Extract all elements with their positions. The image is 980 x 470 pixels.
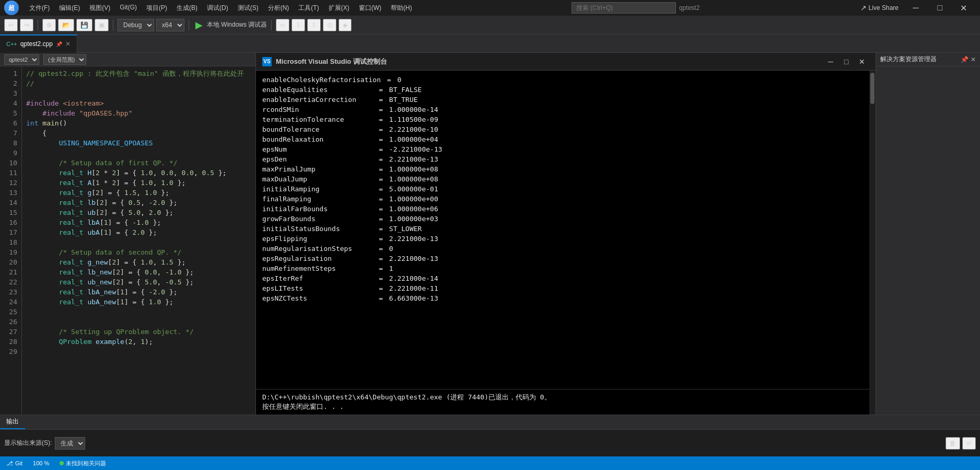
new-project-button[interactable]: ⊕ xyxy=(42,19,56,31)
line-numbers: 12345 678910 1112131415 1617181920 21222… xyxy=(0,66,22,415)
code-line-8: USING_NAMESPACE_QPOASES xyxy=(26,138,251,148)
console-scrollbar[interactable] xyxy=(869,71,876,415)
console-minimize-button[interactable]: ─ xyxy=(823,56,838,67)
step-over-button[interactable]: ⇨ xyxy=(276,19,289,31)
tab-close-icon[interactable]: ✕ xyxy=(65,40,71,48)
menu-test[interactable]: 测试(S) xyxy=(234,2,263,15)
no-issues-icon xyxy=(60,461,64,465)
step-out-button[interactable]: ⇧ xyxy=(307,19,321,31)
tab-pinned-icon[interactable]: 📌 xyxy=(56,41,62,47)
console-titlebar: VS Microsoft Visual Studio 调试控制台 ─ □ ✕ xyxy=(256,53,876,71)
code-line-7: { xyxy=(26,128,251,138)
toolbar-sep-3 xyxy=(189,20,189,30)
no-issues-label: 未找到相关问题 xyxy=(66,460,106,467)
tab-qptest2cpp[interactable]: C++ qptest2.cpp 📌 ✕ xyxy=(0,35,77,53)
output-source-dropdown[interactable]: 生成 xyxy=(55,437,85,450)
close-button[interactable]: ✕ xyxy=(952,0,976,16)
redo-button[interactable]: ↪ xyxy=(20,19,33,31)
start-debug-button[interactable]: ▶ xyxy=(193,19,205,31)
console-row-initramping: initialRamping = 5.000000e-01 xyxy=(262,184,869,194)
console-row-epsnzctests: epsNZCTests = 6.663000e-13 xyxy=(262,293,869,303)
status-issues[interactable]: 未找到相关问题 xyxy=(57,460,108,467)
code-line-12: real_t A[1 * 2] = { 1.0, 1.0 }; xyxy=(26,178,251,188)
code-line-2: // xyxy=(26,78,251,88)
menu-window[interactable]: 窗口(W) xyxy=(355,2,386,15)
menu-debug[interactable]: 调试(D) xyxy=(203,2,232,15)
vs-icon: VS xyxy=(262,57,272,66)
console-row-maxprimjump: maxPrimalJump = 1.000000e+08 xyxy=(262,164,869,174)
user-avatar: 超 xyxy=(4,1,19,15)
watch-button[interactable]: ◈ xyxy=(339,19,352,31)
code-line-17: real_t ubA[1] = { 2.0 }; xyxy=(26,227,251,237)
console-row-maxdualjump: maxDualJump = 1.000000e+08 xyxy=(262,174,869,184)
menu-tools[interactable]: 工具(T) xyxy=(294,2,323,15)
undo-button[interactable]: ↩ xyxy=(4,19,18,31)
menu-edit[interactable]: 编辑(E) xyxy=(55,2,84,15)
console-footer: D:\C++\rubbish\qptest2\x64\Debug\qptest2… xyxy=(256,389,876,415)
status-git[interactable]: ⎇ Git xyxy=(4,460,25,467)
title-bar-right: ↗ Live Share ─ □ ✕ xyxy=(855,0,976,16)
output-clear-button[interactable]: 🗑 xyxy=(946,437,960,450)
toolbar-sep-1 xyxy=(38,20,38,30)
platform-select[interactable]: x64 xyxy=(156,19,184,31)
console-scrollbar-thumb[interactable] xyxy=(870,73,874,104)
code-line-3 xyxy=(26,88,251,98)
app-title-label: qptest2 xyxy=(679,4,699,12)
menu-view[interactable]: 视图(V) xyxy=(85,2,114,15)
code-line-28: QProblem example(2, 1); xyxy=(26,337,251,347)
minimize-button[interactable]: ─ xyxy=(904,0,928,16)
menu-analyze[interactable]: 分析(N) xyxy=(264,2,294,15)
console-output[interactable]: enableCholeskyRefactorisation = 0 enable… xyxy=(256,71,876,389)
breakpoints-button[interactable]: ⊙ xyxy=(323,19,336,31)
console-row-inertia: enableInertiaCorrection = BT_TRUE xyxy=(262,95,869,105)
console-row-numregsteps: numRegularisationSteps = 0 xyxy=(262,244,869,254)
code-line-5: #include "qpOASES.hpp" xyxy=(26,108,251,118)
console-row-epsiterref: epsIterRef = 2.221000e-14 xyxy=(262,273,869,283)
editor-area: qptest2 (全局范围) 12345 678910 1112131415 1… xyxy=(0,53,256,415)
code-container: 12345 678910 1112131415 1617181920 21222… xyxy=(0,66,255,415)
console-close-button[interactable]: ✕ xyxy=(855,56,869,67)
code-line-1: // qptest2.cpp : 此文件包含 "main" 函数，程序执行将在此… xyxy=(26,68,251,78)
code-content[interactable]: // qptest2.cpp : 此文件包含 "main" 函数，程序执行将在此… xyxy=(22,66,255,415)
console-title: Microsoft Visual Studio 调试控制台 xyxy=(276,57,819,66)
solution-explorer-panel: 解决方案资源管理器 📌 ✕ xyxy=(876,53,980,415)
code-line-16: real_t lbA[1] = { -1.0 }; xyxy=(26,217,251,227)
maximize-button[interactable]: □ xyxy=(928,0,952,16)
menu-help[interactable]: 帮助(H) xyxy=(387,2,416,15)
code-line-24: real_t ubA_new[1] = { 1.0 }; xyxy=(26,297,251,307)
title-bar-left: 超 文件(F) 编辑(E) 视图(V) Git(G) 项目(P) 生成(B) 调… xyxy=(4,1,416,15)
menu-build[interactable]: 生成(B) xyxy=(172,2,202,15)
tab-output[interactable]: 输出 xyxy=(0,415,25,429)
console-row-enablecholesky: enableCholeskyRefactorisation = 0 xyxy=(262,75,869,85)
live-share-button[interactable]: ↗ Live Share xyxy=(855,2,904,14)
output-wrap-button[interactable]: ⏎ xyxy=(962,437,976,450)
save-button[interactable]: 💾 xyxy=(76,19,92,31)
menu-extensions[interactable]: 扩展(X) xyxy=(324,2,354,15)
open-button[interactable]: 📂 xyxy=(58,19,74,31)
scope-dropdown[interactable]: (全局范围) xyxy=(43,54,86,65)
editor-toolbar: qptest2 (全局范围) xyxy=(0,53,255,66)
close-icon[interactable]: ✕ xyxy=(971,56,976,63)
console-window-controls: ─ □ ✕ xyxy=(823,56,869,67)
menu-file[interactable]: 文件(F) xyxy=(25,2,54,15)
code-line-14: real_t lb[2] = { 0.5, -2.0 }; xyxy=(26,198,251,208)
main-layout: qptest2 (全局范围) 12345 678910 1112131415 1… xyxy=(0,53,980,415)
step-into-button[interactable]: ⇩ xyxy=(291,19,305,31)
console-row-termtol: terminationTolerance = 1.110500e-09 xyxy=(262,114,869,124)
console-maximize-button[interactable]: □ xyxy=(839,56,854,67)
console-row-initfarbounds: initialFarBounds = 1.000000e+06 xyxy=(262,204,869,214)
code-line-10: /* Setup data of first QP. */ xyxy=(26,158,251,168)
menu-project[interactable]: 项目(P) xyxy=(142,2,171,15)
file-scope-dropdown[interactable]: qptest2 xyxy=(4,54,39,65)
save-all-button[interactable]: ▣ xyxy=(95,19,109,31)
code-line-25 xyxy=(26,307,251,317)
console-row-numrefsteps: numRefinementSteps = 1 xyxy=(262,263,869,273)
debug-config-select[interactable]: Debug xyxy=(118,19,154,31)
console-row-finalramping: finalRamping = 1.000000e+00 xyxy=(262,194,869,204)
git-icon: ⎇ xyxy=(6,460,13,467)
pin-icon[interactable]: 📌 xyxy=(961,56,969,63)
search-input[interactable] xyxy=(571,2,676,14)
live-share-label: Live Share xyxy=(869,4,899,12)
menu-git[interactable]: Git(G) xyxy=(115,2,141,15)
status-zoom[interactable]: 100 % xyxy=(31,460,51,466)
